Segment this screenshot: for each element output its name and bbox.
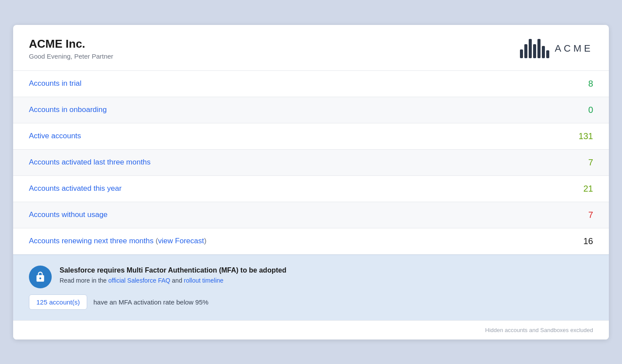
active-accounts-label[interactable]: Active accounts: [13, 123, 501, 149]
mfa-title: Salesforce requires Multi Factor Authent…: [60, 266, 286, 275]
accounts-renewing-value: 16: [501, 228, 609, 254]
table-row: Accounts renewing next three months (vie…: [13, 228, 609, 254]
lock-icon: [29, 266, 52, 288]
activated-last-three-months-value: 7: [501, 149, 609, 175]
accounts-in-onboarding-label[interactable]: Accounts in onboarding: [13, 97, 501, 123]
activated-this-year-label[interactable]: Accounts activated this year: [13, 175, 501, 202]
lock-svg: [35, 271, 46, 283]
accounts-in-trial-value: 8: [501, 71, 609, 97]
mfa-desc-prefix: Read more in the: [60, 277, 108, 284]
mfa-count-badge-button[interactable]: 125 account(s): [29, 294, 87, 310]
accounts-renewing-label[interactable]: Accounts renewing next three months (vie…: [13, 228, 501, 254]
accounts-without-usage-value: 7: [501, 202, 609, 228]
mfa-rate-text: have an MFA activation rate below 95%: [93, 298, 209, 306]
view-forecast-link[interactable]: view Forecast: [158, 237, 204, 245]
table-row: Accounts activated this year 21: [13, 175, 609, 202]
table-row: Accounts without usage 7: [13, 202, 609, 228]
mfa-text-block: Salesforce requires Multi Factor Authent…: [60, 266, 286, 284]
table-row: Accounts in onboarding 0: [13, 97, 609, 123]
active-accounts-value: 131: [501, 123, 609, 149]
accounts-in-trial-label[interactable]: Accounts in trial: [13, 71, 501, 97]
salesforce-faq-link[interactable]: official Salesforce FAQ: [108, 277, 170, 284]
rollout-timeline-link[interactable]: rollout timeline: [184, 277, 223, 284]
mfa-desc-middle: and: [170, 277, 184, 284]
card-footer: Hidden accounts and Sandboxes excluded: [13, 321, 609, 340]
metrics-table: Accounts in trial 8 Accounts in onboardi…: [13, 71, 609, 255]
footer-text: Hidden accounts and Sandboxes excluded: [485, 327, 593, 333]
mfa-description: Read more in the official Salesforce FAQ…: [60, 277, 286, 284]
mfa-bottom: 125 account(s) have an MFA activation ra…: [29, 294, 593, 310]
greeting: Good Evening, Peter Partner: [29, 52, 113, 60]
forecast-link-wrapper: (view Forecast): [156, 237, 206, 245]
header-left: ACME Inc. Good Evening, Peter Partner: [29, 37, 113, 60]
activated-last-three-months-label[interactable]: Accounts activated last three months: [13, 149, 501, 175]
header-right: ACME: [520, 39, 593, 58]
company-name: ACME Inc.: [29, 37, 113, 51]
table-row: Accounts in trial 8: [13, 71, 609, 97]
logo-text: ACME: [555, 43, 593, 54]
accounts-without-usage-label[interactable]: Accounts without usage: [13, 202, 501, 228]
main-card: ACME Inc. Good Evening, Peter Partner AC…: [13, 25, 609, 340]
accounts-in-onboarding-value: 0: [501, 97, 609, 123]
table-row: Active accounts 131: [13, 123, 609, 149]
mfa-section: Salesforce requires Multi Factor Authent…: [13, 255, 609, 321]
card-header: ACME Inc. Good Evening, Peter Partner AC…: [13, 25, 609, 71]
logo-bars-icon: [520, 39, 549, 58]
table-row: Accounts activated last three months 7: [13, 149, 609, 175]
mfa-top: Salesforce requires Multi Factor Authent…: [29, 266, 593, 288]
activated-this-year-value: 21: [501, 175, 609, 202]
